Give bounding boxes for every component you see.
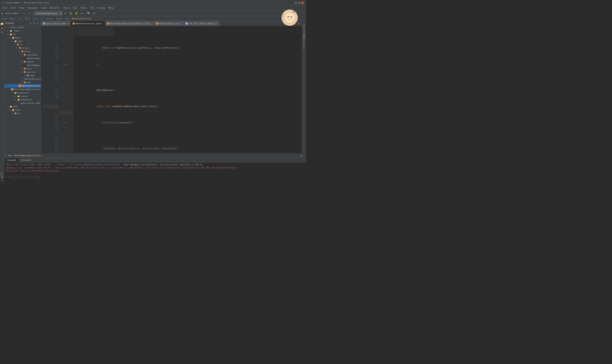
code-content[interactable]: 3637383940 4142434445 464748 49 50515253…: [41, 26, 302, 172]
java-icon-mqconstants: C: [24, 57, 26, 60]
tree-arrow-main: ▼: [10, 37, 12, 39]
tree-item-static[interactable]: ▶ 📁 static: [4, 94, 41, 98]
tree-item-web[interactable]: ▼ 📦 web: [4, 81, 41, 84]
breadcrumb-item-5[interactable]: itcast: [46, 17, 53, 20]
left-sidebar-icons: 📁 🔖 ⊞: [0, 21, 4, 172]
tab-hoteladmintests[interactable]: J HotelAdminApplicationTests.java ×: [105, 21, 154, 26]
project-collapse-btn[interactable]: ⊟: [32, 22, 36, 25]
breadcrumb-item-6[interactable]: hotel: [56, 17, 63, 20]
menu-navigate[interactable]: Navigate: [27, 6, 40, 10]
tree-item-service[interactable]: ▼ 📦 service: [4, 70, 41, 74]
breadcrumb-item-1[interactable]: src: [18, 17, 22, 20]
tree-item-pojo[interactable]: ▶ 📦 pojo: [4, 67, 41, 70]
menu-vcs[interactable]: VCS: [89, 6, 96, 10]
breadcrumb-item-0[interactable]: hotel-admin: [1, 17, 15, 20]
minimize-button[interactable]: –: [294, 1, 297, 4]
tree-item-templates[interactable]: ▶ 📁 templates: [4, 98, 41, 101]
menu-code[interactable]: Code: [40, 6, 48, 10]
menu-file[interactable]: File: [1, 6, 9, 10]
code-line-38: [74, 76, 300, 79]
bookmark-button[interactable]: 🔖: [0, 26, 4, 30]
tree-item-resources[interactable]: ▼ 📁 resources: [4, 91, 41, 94]
tree-item-test-cn[interactable]: ▶ 📦 cn: [4, 112, 41, 115]
maximize-button[interactable]: □: [298, 1, 301, 4]
console-tab[interactable]: Console: [5, 158, 18, 162]
tab-close-appyaml[interactable]: ×: [67, 23, 68, 25]
close-button[interactable]: ×: [301, 1, 304, 4]
tree-arrow-test: ▼: [7, 105, 10, 107]
minimize-panel-btn[interactable]: –: [303, 154, 305, 157]
tab-application-yaml[interactable]: Y application.yaml ×: [41, 21, 71, 26]
notifications-tab[interactable]: Notifications: [303, 36, 305, 49]
tree-item-root[interactable]: ▼ ⬡ hotel-admin: [4, 26, 41, 29]
tree-item-hotel[interactable]: ▼ 📦 hotel: [4, 50, 41, 53]
tree-item-test[interactable]: ▼ 📁 test: [4, 105, 41, 108]
menu-edit[interactable]: Edit: [9, 6, 18, 10]
tree-item-java[interactable]: ▼ 📁 java: [4, 39, 41, 43]
app-selector[interactable]: HotelAdminApplication: [34, 11, 63, 15]
tab-bar: Y application.yaml × J HotelController.j…: [41, 21, 302, 26]
tab-close-hoteladmintests[interactable]: ×: [151, 23, 152, 25]
code-editor[interactable]: 3637383940 4142434445 464748 49 50515253…: [41, 26, 302, 172]
menu-tools[interactable]: Tools: [79, 6, 88, 10]
tree-item-hotelcontroller[interactable]: C HotelController: [4, 84, 41, 88]
tab-pom[interactable]: X pom.xml (hotel-admin) ×: [184, 21, 220, 26]
tree-item-idea[interactable]: ▶ 📁 .idea: [4, 29, 41, 32]
run-with-coverage[interactable]: ⚡: [74, 11, 79, 16]
breadcrumb-item-4[interactable]: cn: [40, 17, 43, 20]
console-output[interactable]: 2022-11-03 18:39:51,897 INFO 18744 --- […: [4, 162, 306, 182]
menu-view[interactable]: View: [18, 6, 26, 10]
actuator-tab[interactable]: Actuator: [19, 158, 34, 162]
stop-run-btn[interactable]: ■: [0, 176, 4, 178]
tab-close-mqconstants[interactable]: ×: [180, 23, 182, 25]
maven-tab[interactable]: Maven: [303, 24, 305, 29]
tab-close-pom[interactable]: ×: [216, 23, 217, 25]
menu-help[interactable]: Help: [107, 6, 115, 10]
menu-refactor[interactable]: Refactor: [48, 6, 62, 10]
run-panel-main: ▶ Run: HotelAdminApplication × ⚙ – Conso…: [4, 153, 306, 182]
restore-layout-btn[interactable]: ⊞: [0, 179, 4, 181]
tree-item-appyaml[interactable]: Y application.yaml: [4, 101, 41, 105]
code-lines[interactable]: return new PageResult(result.getTotal(),…: [73, 37, 300, 172]
project-options-btn[interactable]: ☰: [36, 22, 40, 25]
stop-button[interactable]: ■: [79, 11, 84, 16]
settings-button[interactable]: ⚙: [92, 11, 96, 16]
project-view-button[interactable]: 📁: [0, 22, 4, 26]
tree-item-itcast[interactable]: ▼ 📦 itcast: [4, 46, 41, 50]
settings-run-btn[interactable]: ⚙: [301, 154, 303, 157]
run-button[interactable]: ▶: [63, 11, 68, 16]
tab-mqconstants[interactable]: J MqConstants.java ×: [154, 21, 184, 26]
structure-button[interactable]: ⊞: [0, 30, 4, 34]
tree-item-impl[interactable]: ▼ 📦 impl: [4, 74, 41, 77]
menu-run[interactable]: Run: [72, 6, 79, 10]
tab-close-hotelcontroller[interactable]: ×: [102, 23, 103, 25]
tree-item-constants[interactable]: ▼ 📦 constants: [4, 53, 41, 57]
tab-hotelcontroller[interactable]: J HotelController.java ×: [71, 21, 105, 26]
pin-tab-btn[interactable]: 📌: [0, 181, 4, 182]
breadcrumb-item-8[interactable]: HotelController: [72, 17, 91, 20]
gutter-col: ● ●▷: [59, 37, 73, 172]
tab-label-hotelcontroller: HotelController.java: [76, 22, 101, 25]
run-close-btn[interactable]: ×: [43, 155, 44, 156]
tree-item-src[interactable]: ▼ 📁 src: [4, 32, 41, 36]
search-everywhere[interactable]: 🔍: [86, 11, 91, 16]
tree-item-mapper[interactable]: ▼ 📦 mapper: [4, 60, 41, 64]
breadcrumb-item-3[interactable]: java: [33, 17, 38, 20]
back-button[interactable]: ◁: [21, 11, 26, 16]
run-again-btn[interactable]: ▶: [0, 173, 4, 176]
tree-item-cn[interactable]: ▼ 📦 cn: [4, 43, 41, 46]
toolbar-sep-3: [85, 12, 85, 15]
breadcrumb-item-7[interactable]: web: [66, 17, 69, 20]
breadcrumb-item-2[interactable]: main: [25, 17, 30, 20]
tree-item-ihotelservice[interactable]: I IHotelService: [4, 77, 41, 81]
tree-item-hotelmapper[interactable]: I HotelMapper: [4, 64, 41, 67]
menu-window[interactable]: Window: [96, 6, 107, 10]
forward-button[interactable]: ▷: [27, 11, 31, 16]
tree-item-test-java[interactable]: ▼ 📁 java: [4, 108, 41, 112]
tree-item-main[interactable]: ▼ 📁 main: [4, 36, 41, 39]
tree-item-hoteladminapplication[interactable]: A HotelAdminApplication: [4, 88, 41, 91]
tree-item-mqconstants[interactable]: C MqConstants: [4, 57, 41, 60]
project-settings-btn[interactable]: ⚙: [28, 22, 32, 25]
menu-build[interactable]: Build: [62, 6, 71, 10]
debug-button[interactable]: 🐛: [69, 11, 73, 16]
